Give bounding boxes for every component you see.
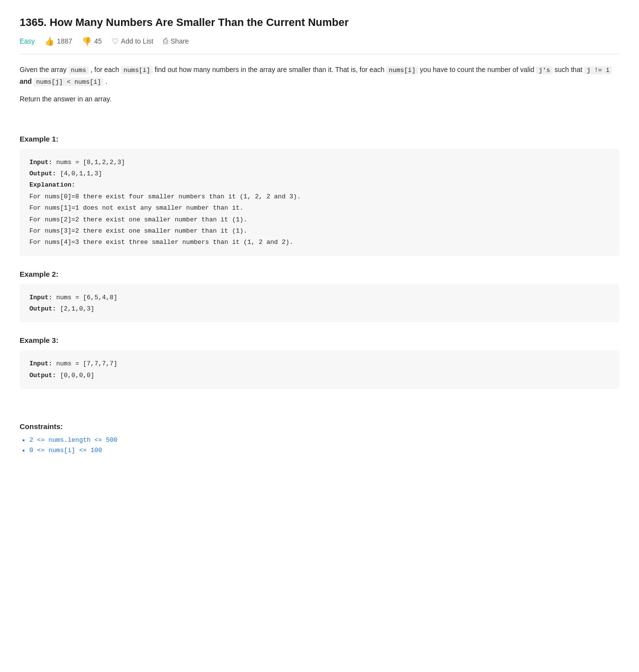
example1-output-value: [4,0,1,1,3] (60, 170, 102, 177)
example1-section: Example 1: Input: nums = [8,1,2,2,3] Out… (20, 135, 619, 256)
desc-text-4: you have to count the number of valid (418, 66, 536, 73)
example3-input-label: Input: (29, 360, 52, 367)
example3-code-block: Input: nums = [7,7,7,7] Output: [0,0,0,0… (20, 350, 619, 389)
example1-title: Example 1: (20, 135, 619, 143)
example1-line-1: For nums[0]=8 there exist four smaller n… (29, 193, 301, 200)
desc-text-3: find out how many numbers in the array a… (153, 66, 387, 73)
example1-line-4: For nums[3]=2 there exist one smaller nu… (29, 227, 247, 235)
constraint-2: 0 <= nums[i] <= 100 (29, 447, 619, 454)
example2-output-value: [2,1,0,3] (60, 305, 94, 312)
add-to-list-button[interactable]: ♡ Add to List (112, 37, 153, 46)
problem-title: 1365. How Many Numbers Are Smaller Than … (20, 16, 619, 30)
example1-line-5: For nums[4]=3 there exist three smaller … (29, 239, 293, 246)
desc-text-2: , for each (89, 66, 121, 73)
constraint-1: 2 <= nums.length <= 500 (29, 436, 619, 444)
example3-section: Example 3: Input: nums = [7,7,7,7] Outpu… (20, 336, 619, 389)
share-label: Share (171, 37, 189, 45)
constraint-1-text: 2 <= nums.length <= 500 (29, 436, 117, 444)
likes-button[interactable]: 👍 1887 (45, 37, 72, 46)
add-to-list-label: Add to List (121, 37, 153, 45)
code-nums-i: nums[i] (121, 66, 153, 74)
desc-text-5: such that (553, 66, 585, 73)
example3-input-value: nums = [7,7,7,7] (56, 360, 118, 367)
constraint-2-text: 0 <= nums[i] <= 100 (29, 447, 102, 454)
example3-output-value: [0,0,0,0] (60, 372, 94, 379)
code-nums-i2: nums[i] (386, 66, 418, 74)
example2-section: Example 2: Input: nums = [6,5,4,8] Outpu… (20, 270, 619, 323)
code-js: j's (536, 66, 552, 74)
example1-output-label: Output: (29, 170, 56, 177)
example2-title: Example 2: (20, 270, 619, 278)
example2-input-value: nums = [6,5,4,8] (56, 294, 118, 301)
code-nums-j-lt: nums[j] < nums[i] (34, 78, 104, 86)
example2-input-label: Input: (29, 294, 52, 301)
likes-count: 1887 (57, 37, 72, 45)
desc-text-7: . (103, 77, 107, 85)
return-text: Return the answer in an array. (20, 94, 619, 105)
thumbs-up-icon: 👍 (45, 37, 54, 46)
desc-text-6: and (20, 77, 34, 85)
problem-description: Given the array nums , for each nums[i] … (20, 64, 619, 105)
example3-title: Example 3: (20, 336, 619, 344)
share-icon: ⎙ (163, 37, 168, 46)
difficulty-badge: Easy (20, 37, 35, 45)
constraints-title: Constraints: (20, 422, 619, 431)
heart-icon: ♡ (112, 37, 119, 46)
constraints-list: 2 <= nums.length <= 500 0 <= nums[i] <= … (20, 436, 619, 454)
example2-output-label: Output: (29, 305, 56, 312)
dislikes-button[interactable]: 👎 45 (82, 37, 102, 46)
share-button[interactable]: ⎙ Share (163, 37, 189, 46)
dislikes-count: 45 (94, 37, 102, 45)
example1-line-2: For nums[1]=1 does not exist any smaller… (29, 204, 244, 212)
example3-output-label: Output: (29, 372, 56, 379)
example1-line-3: For nums[2]=2 there exist one smaller nu… (29, 216, 247, 223)
thumbs-down-icon: 👎 (82, 37, 92, 46)
example1-code-block: Input: nums = [8,1,2,2,3] Output: [4,0,1… (20, 149, 619, 256)
code-j-neq-i: j != i (584, 66, 612, 74)
meta-row: Easy 👍 1887 👎 45 ♡ Add to List ⎙ Share (20, 37, 619, 54)
desc-text-1: Given the array (20, 66, 69, 73)
example1-input-value: nums = [8,1,2,2,3] (56, 159, 125, 166)
example2-code-block: Input: nums = [6,5,4,8] Output: [2,1,0,3… (20, 284, 619, 323)
constraints-section: Constraints: 2 <= nums.length <= 500 0 <… (20, 422, 619, 454)
example1-explanation-label: Explanation: (29, 181, 75, 189)
code-nums: nums (69, 66, 89, 74)
example1-input-label: Input: (29, 159, 52, 166)
description-paragraph-1: Given the array nums , for each nums[i] … (20, 64, 619, 88)
